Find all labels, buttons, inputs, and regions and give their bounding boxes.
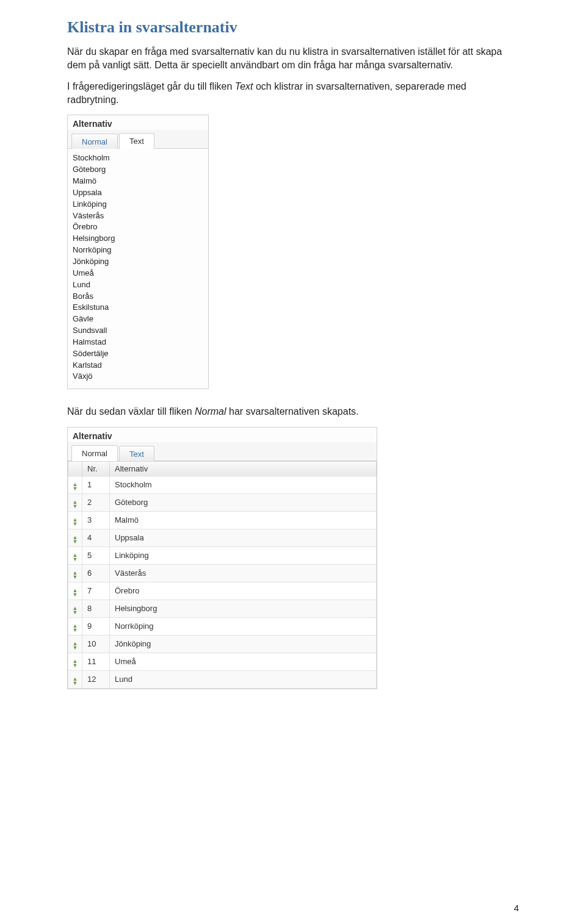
list-item: Helsingborg <box>73 233 203 245</box>
sort-arrows-icon: ▲▼ <box>73 589 78 597</box>
tab-normal[interactable]: Normal <box>71 445 118 461</box>
list-item: Eskilstuna <box>73 302 203 313</box>
table-row: ▲▼12Lund <box>68 670 377 688</box>
paragraph-1: När du skapar en fråga med svarsalternat… <box>67 45 519 71</box>
list-item: Malmö <box>73 176 203 187</box>
row-alternative: Norrköping <box>110 617 377 635</box>
page-title: Klistra in svarsalternativ <box>67 18 519 37</box>
reorder-handle[interactable]: ▲▼ <box>68 476 82 493</box>
paragraph-3: När du sedan växlar till fliken Normal h… <box>67 405 519 418</box>
paragraph-2-em: Text <box>235 81 253 91</box>
tab-bar: Normal Text <box>68 442 377 461</box>
row-alternative: Lund <box>110 670 377 688</box>
sort-arrows-icon: ▲▼ <box>73 535 78 544</box>
list-item: Norrköping <box>73 245 203 256</box>
table-row: ▲▼2Göteborg <box>68 493 377 511</box>
reorder-handle[interactable]: ▲▼ <box>68 564 82 582</box>
alternatives-textarea[interactable]: StockholmGöteborgMalmöUppsalaLinköpingVä… <box>68 149 208 389</box>
row-number: 3 <box>82 511 110 529</box>
paragraph-3-b: har svarsalternativen skapats. <box>226 406 359 417</box>
tab-normal[interactable]: Normal <box>71 134 118 149</box>
alternatives-grid: Nr. Alternativ ▲▼1Stockholm▲▼2Göteborg▲▼… <box>68 461 377 689</box>
list-item: Växjö <box>73 371 203 382</box>
grid-header-row: Nr. Alternativ <box>68 461 377 476</box>
list-item: Västerås <box>73 210 203 222</box>
list-item: Göteborg <box>73 164 203 176</box>
grid-header-alt: Alternativ <box>110 461 377 476</box>
panel-title: Alternativ <box>68 115 208 130</box>
list-item: Stockholm <box>73 152 203 164</box>
reorder-handle[interactable]: ▲▼ <box>68 617 82 635</box>
row-number: 9 <box>82 617 110 635</box>
row-alternative: Stockholm <box>110 476 377 493</box>
reorder-handle[interactable]: ▲▼ <box>68 493 82 511</box>
list-item: Örebro <box>73 221 203 233</box>
list-item: Karlstad <box>73 360 203 371</box>
table-row: ▲▼9Norrköping <box>68 617 377 635</box>
reorder-handle[interactable]: ▲▼ <box>68 635 82 653</box>
alternatives-panel-normal: Alternativ Normal Text Nr. Alternativ ▲▼… <box>67 427 377 689</box>
reorder-handle[interactable]: ▲▼ <box>68 529 82 546</box>
sort-arrows-icon: ▲▼ <box>73 500 78 509</box>
row-number: 10 <box>82 635 110 653</box>
row-number: 8 <box>82 600 110 617</box>
row-alternative: Linköping <box>110 546 377 564</box>
list-item: Sundsvall <box>73 325 203 337</box>
reorder-handle[interactable]: ▲▼ <box>68 546 82 564</box>
list-item: Linköping <box>73 199 203 210</box>
row-number: 11 <box>82 653 110 670</box>
tab-bar: Normal Text <box>68 130 208 149</box>
page-number: 4 <box>514 903 519 913</box>
list-item: Umeå <box>73 268 203 279</box>
paragraph-3-em: Normal <box>195 406 226 417</box>
table-row: ▲▼8Helsingborg <box>68 600 377 617</box>
reorder-handle[interactable]: ▲▼ <box>68 511 82 529</box>
panel-title: Alternativ <box>68 428 377 442</box>
reorder-handle[interactable]: ▲▼ <box>68 600 82 617</box>
sort-arrows-icon: ▲▼ <box>73 553 78 562</box>
row-alternative: Göteborg <box>110 493 377 511</box>
sort-arrows-icon: ▲▼ <box>73 659 78 668</box>
row-alternative: Uppsala <box>110 529 377 546</box>
tab-text[interactable]: Text <box>119 133 154 149</box>
table-row: ▲▼7Örebro <box>68 582 377 600</box>
list-item: Borås <box>73 291 203 303</box>
alternatives-panel-text: Alternativ Normal Text StockholmGöteborg… <box>67 115 209 389</box>
table-row: ▲▼4Uppsala <box>68 529 377 546</box>
sort-arrows-icon: ▲▼ <box>73 571 78 579</box>
sort-arrows-icon: ▲▼ <box>73 624 78 632</box>
row-alternative: Umeå <box>110 653 377 670</box>
row-alternative: Malmö <box>110 511 377 529</box>
sort-arrows-icon: ▲▼ <box>73 518 78 526</box>
row-alternative: Jönköping <box>110 635 377 653</box>
paragraph-3-a: När du sedan växlar till fliken <box>67 406 195 417</box>
table-row: ▲▼3Malmö <box>68 511 377 529</box>
list-item: Jönköping <box>73 256 203 268</box>
row-alternative: Örebro <box>110 582 377 600</box>
reorder-handle[interactable]: ▲▼ <box>68 582 82 600</box>
paragraph-2: I frågeredigeringsläget går du till flik… <box>67 80 519 106</box>
sort-arrows-icon: ▲▼ <box>73 677 78 686</box>
row-number: 7 <box>82 582 110 600</box>
row-number: 1 <box>82 476 110 493</box>
list-item: Södertälje <box>73 348 203 360</box>
list-item: Gävle <box>73 313 203 325</box>
table-row: ▲▼1Stockholm <box>68 476 377 493</box>
tab-text[interactable]: Text <box>119 446 154 461</box>
list-item: Halmstad <box>73 337 203 348</box>
table-row: ▲▼10Jönköping <box>68 635 377 653</box>
grid-header-nr: Nr. <box>82 461 110 476</box>
reorder-handle[interactable]: ▲▼ <box>68 670 82 688</box>
row-number: 12 <box>82 670 110 688</box>
sort-arrows-icon: ▲▼ <box>73 642 78 650</box>
grid-header-move <box>68 461 82 476</box>
row-alternative: Helsingborg <box>110 600 377 617</box>
row-number: 6 <box>82 564 110 582</box>
table-row: ▲▼6Västerås <box>68 564 377 582</box>
list-item: Lund <box>73 279 203 291</box>
reorder-handle[interactable]: ▲▼ <box>68 653 82 670</box>
list-item: Uppsala <box>73 187 203 199</box>
table-row: ▲▼11Umeå <box>68 653 377 670</box>
row-number: 2 <box>82 493 110 511</box>
sort-arrows-icon: ▲▼ <box>73 482 78 491</box>
